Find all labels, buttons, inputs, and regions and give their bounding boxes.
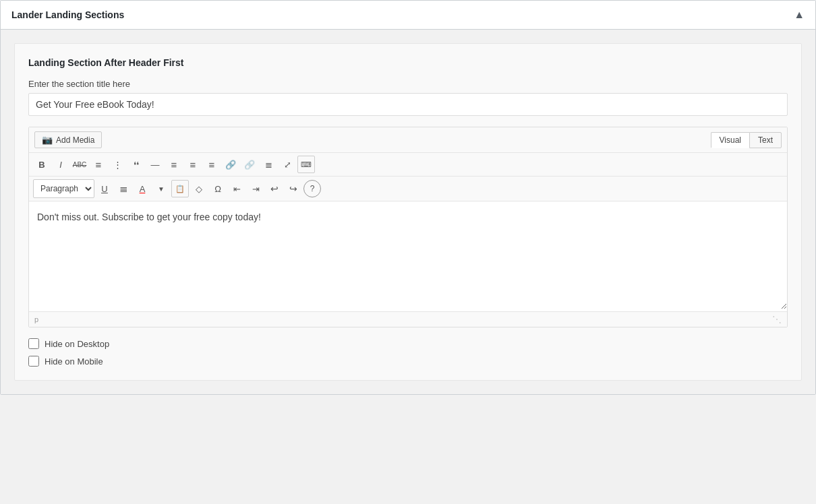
hide-mobile-row: Hide on Mobile [28,356,788,367]
alignleft-button[interactable]: ≡ [165,156,183,173]
undo-button[interactable]: ↩ [266,180,283,197]
panel-title: Lander Landing Sections [11,9,124,20]
text-tab[interactable]: Text [749,132,782,148]
forecolor-button[interactable]: A [134,180,151,197]
editor-statusbar: p ⋱ [29,311,787,327]
redo-button[interactable]: ↪ [285,180,302,197]
editor-container: 📷 Add Media Visual Text B I ABC ≡ ⋮ ❛❛ [28,127,788,327]
removeformat-button[interactable]: ◇ [190,180,208,197]
strikethrough-button[interactable]: ABC [71,156,88,173]
camera-icon: 📷 [42,135,53,145]
panel-body: Landing Section After Header First Enter… [1,30,815,394]
toolbar-row2: Paragraph Heading 1 Heading 2 Heading 3 … [29,177,787,201]
hr-button[interactable]: — [146,156,164,173]
paste-button[interactable]: 📋 [171,180,189,197]
hide-mobile-checkbox[interactable] [28,356,39,367]
hide-mobile-label: Hide on Mobile [45,356,103,367]
add-media-label: Add Media [56,135,94,145]
indent-button[interactable]: ⇥ [247,180,264,197]
panel-header: Lander Landing Sections ▲ [1,1,815,30]
unlink-button[interactable]: 🔗 [241,156,258,173]
hide-desktop-checkbox[interactable] [28,338,39,349]
resize-handle[interactable]: ⋱ [772,314,782,325]
panel-toggle-button[interactable]: ▲ [794,9,805,21]
aligncenter-button[interactable]: ≡ [184,156,202,173]
fullscreen-button[interactable]: ⤢ [279,156,296,173]
numlist-button[interactable]: ⋮ [109,156,126,173]
bold-button[interactable]: B [33,156,51,173]
blockquote-button[interactable]: ❛❛ [127,156,145,173]
kitchensink-button[interactable]: ⌨ [297,156,315,173]
colorpicker-button[interactable]: ▼ [152,180,170,197]
italic-button[interactable]: I [52,156,69,173]
bullist-button[interactable]: ≡ [90,156,107,173]
help-button[interactable]: ? [303,180,321,197]
hide-desktop-row: Hide on Desktop [28,338,788,349]
justifyfull-button[interactable]: ≣ [115,180,132,197]
add-media-button[interactable]: 📷 Add Media [34,131,102,148]
format-select[interactable]: Paragraph Heading 1 Heading 2 Heading 3 … [33,179,94,198]
editor-tag-indicator: p [34,315,38,323]
table-button[interactable]: ≣ [260,156,277,173]
section-box: Landing Section After Header First Enter… [14,43,802,381]
link-button[interactable]: 🔗 [222,156,239,173]
view-tabs: Visual Text [711,132,782,148]
outdent-button[interactable]: ⇤ [228,180,245,197]
editor-top-bar: 📷 Add Media Visual Text [29,127,787,153]
visual-tab[interactable]: Visual [711,132,749,148]
editor-content-area[interactable]: Don't miss out. Subscribe to get your fr… [29,201,787,309]
section-title-input[interactable] [28,93,788,116]
title-field-label: Enter the section title here [28,79,788,89]
alignright-button[interactable]: ≡ [203,156,221,173]
section-label: Landing Section After Header First [28,57,788,68]
hide-desktop-label: Hide on Desktop [45,339,109,349]
toolbar-row1: B I ABC ≡ ⋮ ❛❛ — ≡ ≡ ≡ 🔗 🔗 ≣ ⤢ ⌨ [29,153,787,177]
underline-button[interactable]: U [96,180,113,197]
charmap-button[interactable]: Ω [209,180,227,197]
